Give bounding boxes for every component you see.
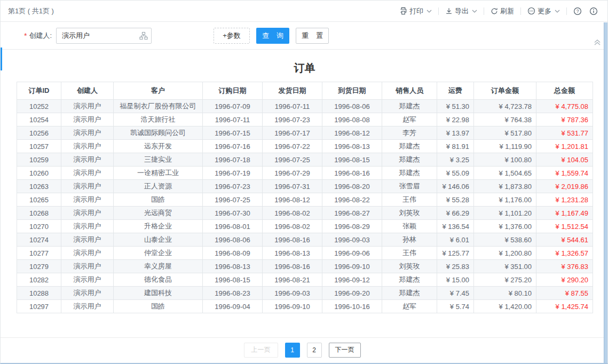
table-cell: 王伟 <box>382 247 437 260</box>
refresh-button[interactable]: 刷新 <box>488 6 516 16</box>
column-header: 订单ID <box>17 82 61 100</box>
table-cell: 1996-07-15 <box>203 126 263 140</box>
table-row: 10256演示用户凯诚国际顾问公司1996-07-151996-07-17199… <box>17 126 593 140</box>
table-cell: ¥ 1,119.90 <box>474 140 536 153</box>
table-cell: 10263 <box>17 180 61 193</box>
table-row: 10259演示用户三捷实业1996-07-181996-07-251996-08… <box>17 153 593 167</box>
table-cell: 1996-08-06 <box>203 233 263 247</box>
table-cell: ¥ 1,231.28 <box>536 193 593 207</box>
table-cell: 1996-07-31 <box>263 180 322 193</box>
report-viewer-window: 第1页 ( 共1页 ) 打印 导出 刷新 更多 <box>0 0 608 364</box>
table-cell: 1996-09-20 <box>322 287 382 300</box>
prev-page-button[interactable]: 上一页 <box>244 343 278 358</box>
table-cell: 一诠精密工业 <box>114 167 203 180</box>
table-cell: 三捷实业 <box>114 153 203 167</box>
table-cell: 1996-08-16 <box>322 167 382 180</box>
table-cell: 凯诚国际顾问公司 <box>114 126 203 140</box>
table-cell: 演示用户 <box>61 207 114 220</box>
more-options-icon <box>527 7 535 15</box>
table-cell: ¥ 531.77 <box>536 126 593 140</box>
table-cell: 10297 <box>17 300 61 313</box>
more-button[interactable]: 更多 <box>525 6 562 16</box>
table-cell: 国皓 <box>114 300 203 313</box>
table-cell: 1996-08-13 <box>322 140 382 153</box>
table-cell: ¥ 1,873.80 <box>474 180 536 193</box>
creator-input[interactable] <box>56 28 152 44</box>
table-row: 10288演示用户建国科技1996-08-231996-09-031996-09… <box>17 287 593 300</box>
reset-button[interactable]: 重 置 <box>296 28 329 44</box>
table-cell: 演示用户 <box>61 220 114 233</box>
required-asterisk: * <box>24 31 27 40</box>
table-cell: 1996-07-29 <box>263 167 322 180</box>
toolbar-actions: 打印 导出 刷新 更多 ? <box>397 6 600 16</box>
toolbar-separator <box>438 7 439 15</box>
table-cell: ¥ 5.74 <box>437 300 474 313</box>
page-number-button[interactable]: 1 <box>285 343 300 358</box>
column-header: 总金额 <box>536 82 593 100</box>
left-scroll-indicator <box>1 48 2 70</box>
table-cell: 10282 <box>17 273 61 287</box>
org-tree-icon[interactable] <box>139 31 148 42</box>
table-cell: 1996-07-18 <box>203 153 263 167</box>
table-cell: 1996-08-20 <box>322 180 382 193</box>
table-cell: 郑建杰 <box>382 100 437 113</box>
help-button[interactable]: ? <box>571 7 584 15</box>
table-cell: ¥ 66.29 <box>437 207 474 220</box>
chevron-down-icon <box>427 10 432 13</box>
table-cell: 郑建杰 <box>382 167 437 180</box>
table-row: 10277演示用户仲堂企业1996-08-091996-08-131996-09… <box>17 247 593 260</box>
export-button[interactable]: 导出 <box>443 6 479 16</box>
svg-text:?: ? <box>577 9 579 14</box>
table-cell: ¥ 787.36 <box>536 113 593 126</box>
table-cell: 10254 <box>17 113 61 126</box>
export-label: 导出 <box>455 6 469 16</box>
table-cell: 郑建杰 <box>382 153 437 167</box>
table-row: 10260演示用户一诠精密工业1996-07-191996-07-291996-… <box>17 167 593 180</box>
table-cell: 1996-07-16 <box>203 140 263 153</box>
table-cell: ¥ 25.83 <box>437 260 474 273</box>
table-cell: ¥ 1,504.65 <box>474 167 536 180</box>
table-cell: 1996-07-22 <box>263 140 322 153</box>
table-cell: ¥ 55.09 <box>437 167 474 180</box>
table-cell: 10259 <box>17 153 61 167</box>
info-button[interactable] <box>587 7 600 15</box>
add-parameter-button[interactable]: +参数 <box>214 28 250 44</box>
table-cell: 仲堂企业 <box>114 247 203 260</box>
download-icon <box>445 7 453 15</box>
page-number-button[interactable]: 2 <box>307 343 322 358</box>
table-row: 10268演示用户光远商贸1996-07-301996-08-021996-08… <box>17 207 593 220</box>
table-cell: ¥ 290.20 <box>536 273 593 287</box>
query-button[interactable]: 查 询 <box>256 28 289 44</box>
table-cell: 演示用户 <box>61 113 114 126</box>
table-cell: 1996-08-06 <box>322 100 382 113</box>
table-cell: 1996-07-25 <box>203 193 263 207</box>
table-row: 10265演示用户国皓1996-07-251996-08-121996-08-2… <box>17 193 593 207</box>
table-cell: 10257 <box>17 140 61 153</box>
collapse-panel-icon[interactable] <box>594 38 601 48</box>
table-cell: ¥ 1,425.74 <box>536 300 593 313</box>
table-row: 10257演示用户远东开发1996-07-161996-07-221996-08… <box>17 140 593 153</box>
table-row: 10297演示用户国皓1996-09-041996-09-101996-10-1… <box>17 300 593 313</box>
table-cell: 演示用户 <box>61 233 114 247</box>
table-cell: 1996-08-16 <box>263 233 322 247</box>
table-cell: 升格企业 <box>114 220 203 233</box>
table-cell: 1996-07-23 <box>263 113 322 126</box>
print-button[interactable]: 打印 <box>397 6 434 16</box>
table-row: 10270演示用户升格企业1996-08-011996-08-021996-08… <box>17 220 593 233</box>
table-cell: ¥ 100.80 <box>474 153 536 167</box>
column-header: 客户 <box>114 82 203 100</box>
info-icon <box>589 7 598 15</box>
table-cell: 王伟 <box>382 193 437 207</box>
top-toolbar: 第1页 ( 共1页 ) 打印 导出 刷新 更多 <box>1 1 607 22</box>
vertical-scrollbar[interactable] <box>604 22 607 363</box>
table-cell: 国皓 <box>114 193 203 207</box>
table-cell: ¥ 1,326.57 <box>536 247 593 260</box>
table-cell: 1996-08-16 <box>263 260 322 273</box>
table-cell: 郑建杰 <box>382 140 437 153</box>
table-cell: 演示用户 <box>61 287 114 300</box>
table-cell: 1996-08-22 <box>322 193 382 207</box>
table-cell: 10260 <box>17 167 61 180</box>
table-cell: 演示用户 <box>61 193 114 207</box>
table-cell: 1996-07-09 <box>203 100 263 113</box>
next-page-button[interactable]: 下一页 <box>329 343 361 358</box>
